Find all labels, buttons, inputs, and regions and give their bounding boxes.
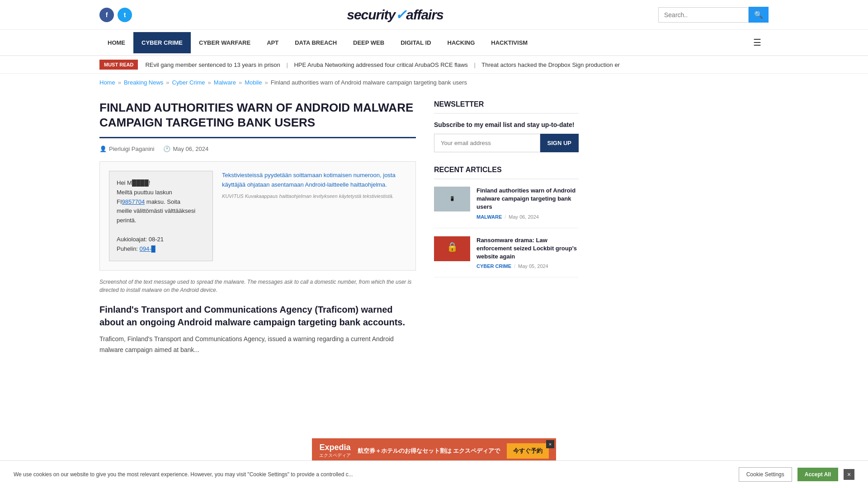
must-read-badge: MUST READ	[99, 60, 138, 70]
search-button[interactable]: 🔍	[749, 7, 769, 23]
sms-line1: Meiltä puuttuu laskun	[117, 188, 205, 197]
recent-article-date-2: May 05, 2024	[518, 263, 548, 269]
main-content: FINLAND AUTHORITIES WARN OF ANDROID MALW…	[0, 91, 868, 365]
nav-cyber-warfare[interactable]: CYBER WARFARE	[191, 32, 259, 53]
author-icon: 👤	[99, 145, 107, 152]
nav-cyber-crime[interactable]: CYBER CRIME	[133, 32, 191, 53]
article-meta: 👤 Pierluigi Paganini 🕐 May 06, 2024	[99, 145, 416, 152]
recent-article-thumb-1: 📱	[434, 187, 470, 211]
sms-line3: meille välittömästi välttääksesi	[117, 206, 205, 216]
recent-article-info-1: Finland authorities warn of Android malw…	[476, 187, 579, 220]
article-caption: Screenshot of the text message used to s…	[99, 278, 416, 294]
breadcrumb-malware[interactable]: Malware	[214, 79, 236, 86]
recent-article-info-2: Ransomware drama: Law enforcement seized…	[476, 236, 579, 269]
logo-check: ✓	[395, 7, 406, 22]
svg-text:📱: 📱	[449, 196, 455, 202]
email-input[interactable]	[434, 134, 540, 152]
recent-article-title-1: Finland authorities warn of Android malw…	[476, 187, 579, 211]
navbar: HOME CYBER CRIME CYBER WARFARE APT DATA …	[0, 30, 868, 56]
search-input[interactable]	[658, 7, 749, 23]
breadcrumb: Home » Breaking News » Cyber Crime » Mal…	[0, 74, 868, 91]
logo-affairs: affairs	[406, 7, 443, 22]
newsletter-section: NEWSLETTER Subscribe to my email list an…	[434, 100, 579, 152]
recent-article-title-2: Ransomware drama: Law enforcement seized…	[476, 236, 579, 261]
clock-icon: 🕐	[163, 145, 170, 152]
search-area: 🔍	[658, 7, 769, 23]
newsletter-subtitle: Subscribe to my email list and stay up-t…	[434, 121, 579, 128]
recent-article-sep-1: /	[505, 214, 506, 220]
ticker-text: REvil gang member sentenced to 13 years …	[145, 61, 620, 68]
nav-hacktivism[interactable]: HACKTIVISM	[483, 32, 536, 53]
twitter-link[interactable]: t	[118, 8, 132, 22]
recent-articles-section: RECENT ARTICLES 📱 Finland authorities wa…	[434, 166, 579, 277]
nav-digital-id[interactable]: DIGITAL ID	[392, 32, 439, 53]
date-meta: 🕐 May 06, 2024	[163, 145, 208, 152]
text-message-box: Hei M████! Meiltä puuttuu laskun FI98577…	[109, 171, 213, 261]
hamburger-icon[interactable]: ☰	[746, 30, 769, 55]
sms-greeting: Hei M████!	[117, 178, 205, 188]
nav-hacking[interactable]: HACKING	[439, 32, 483, 53]
breadcrumb-sep-3: »	[208, 79, 211, 86]
ticker-bar: MUST READ REvil gang member sentenced to…	[0, 56, 868, 74]
side-info: Tekstiviesteissä pyydetään soittamaan ko…	[222, 171, 406, 199]
recent-article-item[interactable]: 📱 Finland authorities warn of Android ma…	[434, 187, 579, 228]
nav-apt[interactable]: APT	[259, 32, 287, 53]
twitter-icon: t	[124, 11, 126, 19]
article-body: Traficom, Finland's Transport and Commun…	[99, 334, 416, 356]
article-area: FINLAND AUTHORITIES WARN OF ANDROID MALW…	[99, 100, 416, 356]
recent-article-item-2[interactable]: 🔒 Ransomware drama: Law enforcement seiz…	[434, 236, 579, 278]
breadcrumb-current: Finland authorities warn of Android malw…	[271, 79, 467, 86]
nav-data-breach[interactable]: DATA BREACH	[287, 32, 345, 53]
author-meta: 👤 Pierluigi Paganini	[99, 145, 154, 152]
email-form: SIGN UP	[434, 134, 579, 152]
breadcrumb-sep-4: »	[239, 79, 242, 86]
facebook-link[interactable]: f	[99, 8, 114, 22]
sign-up-button[interactable]: SIGN UP	[540, 134, 579, 152]
nav-deep-web[interactable]: DEEP WEB	[345, 32, 392, 53]
header: f t security✓affairs 🔍	[0, 0, 868, 30]
social-icons: f t	[99, 8, 132, 22]
facebook-icon: f	[106, 11, 108, 19]
sms-hours: Aukioloajat: 08-21	[117, 235, 205, 244]
side-caption: KUVITUS Kuvakaappaus haittaohjelman levi…	[222, 193, 406, 199]
logo-text: security	[347, 7, 395, 22]
sidebar: NEWSLETTER Subscribe to my email list an…	[434, 100, 579, 356]
breadcrumb-sep-1: »	[118, 79, 121, 86]
recent-article-tag-1[interactable]: MALWARE	[476, 214, 502, 220]
recent-article-tag-2[interactable]: CYBER CRIME	[476, 263, 511, 269]
site-logo[interactable]: security✓affairs	[347, 7, 443, 23]
svg-text:🔒: 🔒	[447, 241, 458, 252]
recent-articles-title: RECENT ARTICLES	[434, 166, 579, 179]
sms-line4: perintä.	[117, 216, 205, 225]
newsletter-title: NEWSLETTER	[434, 100, 579, 114]
breadcrumb-mobile[interactable]: Mobile	[245, 79, 262, 86]
nav-home[interactable]: HOME	[99, 32, 133, 53]
recent-article-sep-2: /	[514, 263, 515, 269]
sms-phone: Puhelin: 094-█	[117, 244, 205, 254]
article-date: May 06, 2024	[173, 145, 208, 152]
breadcrumb-home[interactable]: Home	[99, 79, 115, 86]
breadcrumb-cyber-crime[interactable]: Cyber Crime	[172, 79, 205, 86]
article-subheading: Finland's Transport and Communications A…	[99, 303, 416, 328]
article-divider	[99, 137, 416, 138]
recent-article-meta-2: CYBER CRIME / May 05, 2024	[476, 263, 579, 269]
article-author: Pierluigi Paganini	[109, 145, 154, 152]
breadcrumb-breaking-news[interactable]: Breaking News	[124, 79, 163, 86]
article-image-box: Hei M████! Meiltä puuttuu laskun FI98577…	[99, 161, 416, 271]
article-title: FINLAND AUTHORITIES WARN OF ANDROID MALW…	[99, 100, 416, 130]
recent-article-meta-1: MALWARE / May 06, 2024	[476, 214, 579, 220]
breadcrumb-sep-5: »	[264, 79, 268, 86]
recent-article-thumb-2: 🔒	[434, 236, 470, 261]
sms-line2: FI9857704 maksu. Soita	[117, 197, 205, 207]
side-text: Tekstiviesteissä pyydetään soittamaan ko…	[222, 171, 406, 190]
recent-article-date-1: May 06, 2024	[509, 214, 539, 220]
breadcrumb-sep-2: »	[166, 79, 169, 86]
